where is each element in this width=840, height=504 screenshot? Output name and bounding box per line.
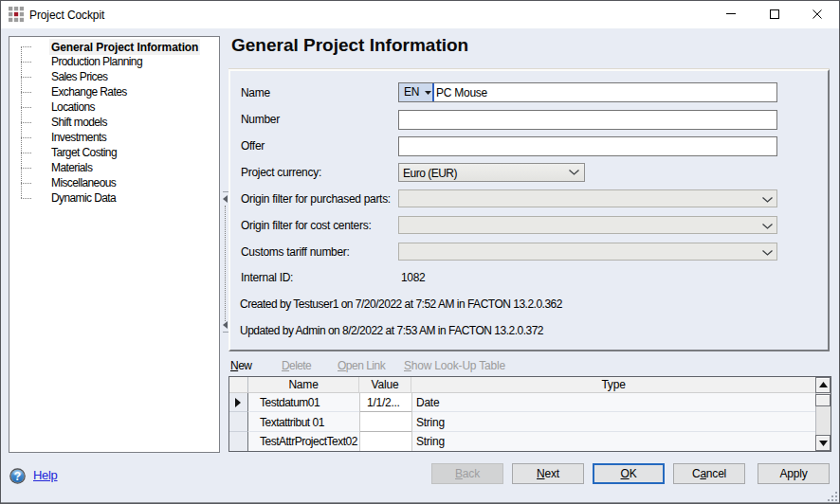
svg-text:?: ? <box>14 470 21 483</box>
